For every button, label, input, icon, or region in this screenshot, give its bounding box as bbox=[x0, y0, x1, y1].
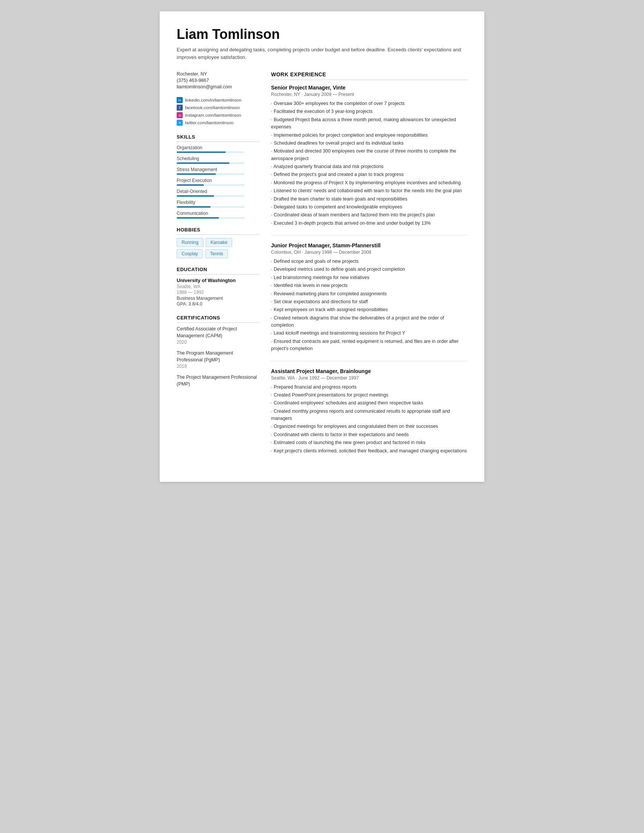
job-bullet: · Created monthly progress reports and c… bbox=[271, 408, 467, 423]
skills-title: SKILLS bbox=[177, 134, 260, 142]
job-bullet: · Estimated costs of launching the new g… bbox=[271, 439, 467, 446]
job-bullet: · Kept project's clients informed, solic… bbox=[271, 447, 467, 455]
job-bullet: · Motivated and directed 300 employees o… bbox=[271, 148, 467, 162]
skill-bar-fill bbox=[177, 162, 230, 164]
instagram-icon: ◎ bbox=[177, 112, 183, 118]
hobby-tag: Running bbox=[177, 238, 204, 247]
job-bullet: · Set clear expectations and directions … bbox=[271, 298, 467, 306]
job-bullet: · Created PowerPoint presentations for p… bbox=[271, 392, 467, 399]
job-bullet: · Kept employees on track with assigned … bbox=[271, 306, 467, 314]
hobbies-section: HOBBIES RunningKaroakeCosplayTennis bbox=[177, 227, 260, 258]
linkedin-icon: in bbox=[177, 97, 183, 103]
contact-email: liamtomlinson@gmail.com bbox=[177, 84, 260, 90]
job-bullet: · Defined the project's goal and created… bbox=[271, 171, 467, 178]
job-bullet: · Monitored the progress of Project X by… bbox=[271, 179, 467, 187]
social-instagram: ◎ instagram.com/liamtomlinson bbox=[177, 112, 260, 118]
skill-bar-bg bbox=[177, 173, 245, 175]
certifications-section: CERTIFICATIONS Certified Associate of Pr… bbox=[177, 315, 260, 388]
skill-name: Stress Management bbox=[177, 167, 260, 172]
cert-item: The Project Management Professional (PMP… bbox=[177, 374, 260, 388]
job-meta: Seattle, WA · June 1992 — December 1997 bbox=[271, 375, 467, 381]
cert-year: 2019 bbox=[177, 363, 260, 369]
skill-name: Organization bbox=[177, 145, 260, 150]
right-column: WORK EXPERIENCE Senior Project Manager, … bbox=[271, 71, 467, 463]
skill-bar-bg bbox=[177, 195, 245, 197]
education-section: EDUCATION University of Washington Seatt… bbox=[177, 267, 260, 307]
skill-name: Detail-Oriented bbox=[177, 189, 260, 194]
job-bullet: · Drafted the team charter to state team… bbox=[271, 196, 467, 203]
skill-item: Stress Management bbox=[177, 167, 260, 175]
twitter-icon: ✦ bbox=[177, 120, 183, 126]
social-linkedin: in linkedin.com/in/liamtomlinson bbox=[177, 97, 260, 103]
skill-bar-bg bbox=[177, 162, 245, 164]
cert-name: The Program Management Professional (PgM… bbox=[177, 350, 260, 363]
job-meta: Rochester, NY · January 2009 — Present bbox=[271, 92, 467, 97]
job-bullet: · Coordinated ideas of team members and … bbox=[271, 211, 467, 219]
edu-years: 1988 — 1992 bbox=[177, 289, 260, 295]
linkedin-url: linkedin.com/in/liamtomlinson bbox=[185, 98, 242, 102]
job-block: Junior Project Manager, Stamm-Pfannersti… bbox=[271, 235, 467, 353]
job-bullet: · Developed metrics used to define goals… bbox=[271, 266, 467, 273]
job-title: Junior Project Manager, Stamm-Pfannersti… bbox=[271, 243, 467, 248]
skill-item: Communication bbox=[177, 211, 260, 219]
edu-school: University of Washington bbox=[177, 278, 260, 283]
cert-item: Certified Associate of Project Managemen… bbox=[177, 326, 260, 345]
skill-name: Flexibility bbox=[177, 200, 260, 205]
skill-item: Flexibility bbox=[177, 200, 260, 208]
job-bullet: · Scheduled deadlines for overall projec… bbox=[271, 140, 467, 147]
skill-item: Detail-Oriented bbox=[177, 189, 260, 197]
job-bullet: · Delegated tasks to competent and knowl… bbox=[271, 204, 467, 211]
edu-gpa: GPA: 3.8/4.0 bbox=[177, 301, 260, 307]
job-bullet: · Budgeted Project Beta across a three m… bbox=[271, 116, 467, 131]
skill-name: Communication bbox=[177, 211, 260, 216]
job-bullet: · Organized meetings for employees and c… bbox=[271, 423, 467, 430]
skill-bar-fill bbox=[177, 206, 210, 208]
job-bullet: · Defined scope and goals of new project… bbox=[271, 258, 467, 265]
contact-location: Rochester, NY bbox=[177, 71, 260, 77]
skill-bar-bg bbox=[177, 217, 245, 219]
certifications-title: CERTIFICATIONS bbox=[177, 315, 260, 323]
hobby-tag: Cosplay bbox=[177, 249, 203, 258]
job-bullet: · Coordinated with clients to factor in … bbox=[271, 431, 467, 438]
skill-name: Project Execution bbox=[177, 178, 260, 183]
resume-container: Liam Tomlinson Expert at assigning and d… bbox=[160, 11, 484, 482]
job-bullet: · Listened to clients' needs and collabo… bbox=[271, 187, 467, 195]
instagram-url: instagram.com/liamtomlinson bbox=[185, 113, 241, 117]
skill-item: Project Execution bbox=[177, 178, 260, 186]
candidate-name: Liam Tomlinson bbox=[177, 26, 467, 42]
skill-name: Scheduling bbox=[177, 156, 260, 161]
left-column: Rochester, NY (375) 463-9867 liamtomlins… bbox=[177, 71, 260, 463]
job-bullet: · Reviewed marketing plans for completed… bbox=[271, 290, 467, 298]
job-block: Senior Project Manager, Vinte Rochester,… bbox=[271, 85, 467, 227]
social-facebook: f facebook.com/liamtomlinson bbox=[177, 105, 260, 111]
social-block: in linkedin.com/in/liamtomlinson f faceb… bbox=[177, 97, 260, 126]
job-bullet: · Ensured that contracts are paid, rente… bbox=[271, 338, 467, 353]
twitter-url: twitter.com/liamtomlinson bbox=[185, 121, 233, 125]
job-bullet: · Coordinated employees' schedules and a… bbox=[271, 399, 467, 407]
skill-bar-fill bbox=[177, 217, 219, 219]
job-bullet: · Created network diagrams that show the… bbox=[271, 315, 467, 329]
job-bullet: · Oversaw 300+ employees for the complet… bbox=[271, 100, 467, 107]
job-bullet: · Identified risk levels in new projects bbox=[271, 282, 467, 289]
hobbies-title: HOBBIES bbox=[177, 227, 260, 235]
work-experience-title: WORK EXPERIENCE bbox=[271, 71, 467, 80]
edu-field: Business Management bbox=[177, 296, 260, 301]
social-twitter: ✦ twitter.com/liamtomlinson bbox=[177, 120, 260, 126]
cert-year: 2020 bbox=[177, 339, 260, 345]
cert-name: The Project Management Professional (PMP… bbox=[177, 374, 260, 388]
skill-bar-fill bbox=[177, 184, 204, 186]
cert-name: Certified Associate of Project Managemen… bbox=[177, 326, 260, 339]
skill-bar-bg bbox=[177, 206, 245, 208]
candidate-summary: Expert at assigning and delegating tasks… bbox=[177, 46, 467, 61]
job-bullet: · Analyzed quarterly financial data and … bbox=[271, 163, 467, 170]
edu-location: Seattle, WA bbox=[177, 284, 260, 289]
job-bullet: · Executed 3 in-depth projects that arri… bbox=[271, 220, 467, 227]
skill-item: Scheduling bbox=[177, 156, 260, 164]
contact-block: Rochester, NY (375) 463-9867 liamtomlins… bbox=[177, 71, 260, 90]
education-title: EDUCATION bbox=[177, 267, 260, 275]
skills-section: SKILLS Organization Scheduling Stress Ma… bbox=[177, 134, 260, 219]
job-title: Senior Project Manager, Vinte bbox=[271, 85, 467, 91]
job-title: Assistant Project Manager, Brainlounge bbox=[271, 368, 467, 374]
hobby-tag: Karoake bbox=[206, 238, 233, 247]
job-bullet: · Led brainstorming meetings for new ini… bbox=[271, 274, 467, 281]
